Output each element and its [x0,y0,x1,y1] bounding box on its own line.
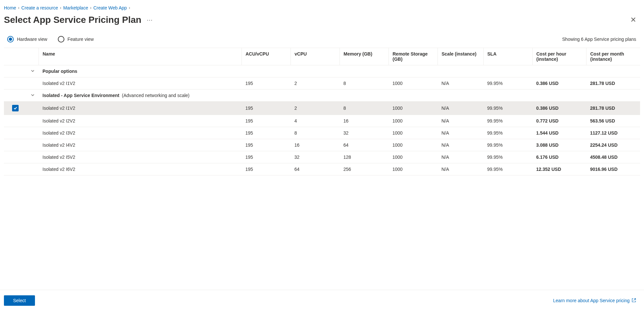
table-group-row[interactable]: Isolated - App Service Environment (Adva… [4,90,640,102]
cell-scale: N/A [438,163,483,175]
cell-memory: 16 [339,115,388,127]
cell-name: Isolated v2 I3V2 [39,127,241,139]
cell-acu: 195 [241,127,290,139]
cell-scale: N/A [438,151,483,163]
chevron-right-icon: › [129,6,130,10]
column-header-expand [27,48,39,65]
breadcrumb-link[interactable]: Create a resource [21,5,58,10]
cell-acu: 195 [241,139,290,151]
column-header-scale[interactable]: Scale (instance) [438,48,483,65]
cell-cost-hour: 6.176 USD [532,151,586,163]
learn-more-label: Learn more about App Service pricing [553,298,630,303]
table-row[interactable]: Isolated v2 I5V2195321281000N/A99.95%6.1… [4,151,640,163]
column-header-acu[interactable]: ACU/vCPU [241,48,290,65]
chevron-down-icon[interactable] [31,93,35,98]
breadcrumb-link[interactable]: Home [4,5,16,10]
cell-acu: 195 [241,151,290,163]
radio-feature-view[interactable]: Feature view [58,36,94,42]
table-header-row: Name ACU/vCPU vCPU Memory (GB) Remote St… [4,48,640,65]
cell-scale: N/A [438,77,483,90]
cell-cost-month: 1127.12 USD [586,127,640,139]
cell-scale: N/A [438,102,483,115]
cell-vcpu: 64 [290,163,339,175]
cell-sla: 99.95% [483,127,532,139]
cell-storage: 1000 [388,139,438,151]
cell-name: Isolated v2 I4V2 [39,139,241,151]
pricing-table: Name ACU/vCPU vCPU Memory (GB) Remote St… [4,48,640,175]
breadcrumb-link[interactable]: Marketplace [63,5,88,10]
more-options-icon[interactable]: ⋯ [147,16,153,24]
column-header-vcpu[interactable]: vCPU [290,48,339,65]
chevron-right-icon: › [90,6,91,10]
cell-name: Isolated v2 I1V2 [39,102,241,115]
radio-label: Feature view [68,37,94,42]
view-radio-group: Hardware view Feature view [7,36,94,42]
cell-cost-hour: 0.772 USD [532,115,586,127]
cell-cost-hour: 0.386 USD [532,77,586,90]
column-header-memory[interactable]: Memory (GB) [339,48,388,65]
cell-cost-hour: 12.352 USD [532,163,586,175]
cell-vcpu: 16 [290,139,339,151]
table-row[interactable]: Isolated v2 I1V2195281000N/A99.95%0.386 … [4,77,640,90]
radio-hardware-view[interactable]: Hardware view [7,36,47,42]
chevron-right-icon: › [18,6,19,10]
group-title: Popular options [42,69,77,74]
table-row[interactable]: Isolated v2 I1V2195281000N/A99.95%0.386 … [4,102,640,115]
cell-scale: N/A [438,115,483,127]
cell-name: Isolated v2 I2V2 [39,115,241,127]
cell-memory: 128 [339,151,388,163]
close-icon[interactable]: ✕ [628,14,639,25]
cell-sla: 99.95% [483,139,532,151]
radio-label: Hardware view [17,37,47,42]
cell-sla: 99.95% [483,151,532,163]
table-row[interactable]: Isolated v2 I6V2195642561000N/A99.95%12.… [4,163,640,175]
cell-acu: 195 [241,102,290,115]
table-group-row[interactable]: Popular options [4,65,640,77]
column-header-name[interactable]: Name [39,48,241,65]
column-header-cost-hour[interactable]: Cost per hour (instance) [532,48,586,65]
cell-cost-month: 2254.24 USD [586,139,640,151]
column-header-sla[interactable]: SLA [483,48,532,65]
breadcrumb: Home › Create a resource › Marketplace ›… [0,0,644,13]
cell-vcpu: 2 [290,77,339,90]
group-title: Isolated - App Service Environment [42,93,119,98]
cell-cost-month: 281.78 USD [586,102,640,115]
cell-acu: 195 [241,163,290,175]
column-header-cost-month[interactable]: Cost per month (instance) [586,48,640,65]
select-button[interactable]: Select [4,295,35,306]
table-row[interactable]: Isolated v2 I4V219516641000N/A99.95%3.08… [4,139,640,151]
chevron-down-icon[interactable] [31,69,35,74]
column-header-storage[interactable]: Remote Storage (GB) [388,48,438,65]
page-header: Select App Service Pricing Plan ⋯ ✕ [0,13,644,33]
cell-memory: 256 [339,163,388,175]
breadcrumb-link[interactable]: Create Web App [93,5,127,10]
cell-storage: 1000 [388,77,438,90]
cell-memory: 64 [339,139,388,151]
showing-count-text: Showing 6 App Service pricing plans [562,37,636,42]
view-options-row: Hardware view Feature view Showing 6 App… [0,33,644,48]
cell-acu: 195 [241,77,290,90]
cell-sla: 99.95% [483,163,532,175]
page-title: Select App Service Pricing Plan [4,15,141,25]
cell-cost-month: 9016.96 USD [586,163,640,175]
cell-vcpu: 8 [290,127,339,139]
external-link-icon [632,298,636,303]
cell-cost-month: 281.78 USD [586,77,640,90]
learn-more-link[interactable]: Learn more about App Service pricing [553,298,636,303]
table-row[interactable]: Isolated v2 I2V21954161000N/A99.95%0.772… [4,115,640,127]
cell-memory: 8 [339,77,388,90]
cell-memory: 32 [339,127,388,139]
cell-cost-hour: 3.088 USD [532,139,586,151]
cell-cost-month: 4508.48 USD [586,151,640,163]
cell-storage: 1000 [388,163,438,175]
group-description: (Advanced networking and scale) [122,93,190,98]
chevron-right-icon: › [60,6,61,10]
cell-storage: 1000 [388,127,438,139]
cell-storage: 1000 [388,102,438,115]
row-checkbox[interactable] [12,105,19,111]
table-row[interactable]: Isolated v2 I3V21958321000N/A99.95%1.544… [4,127,640,139]
cell-vcpu: 4 [290,115,339,127]
pricing-table-container: Name ACU/vCPU vCPU Memory (GB) Remote St… [0,48,644,175]
cell-name: Isolated v2 I5V2 [39,151,241,163]
radio-icon [7,36,14,42]
